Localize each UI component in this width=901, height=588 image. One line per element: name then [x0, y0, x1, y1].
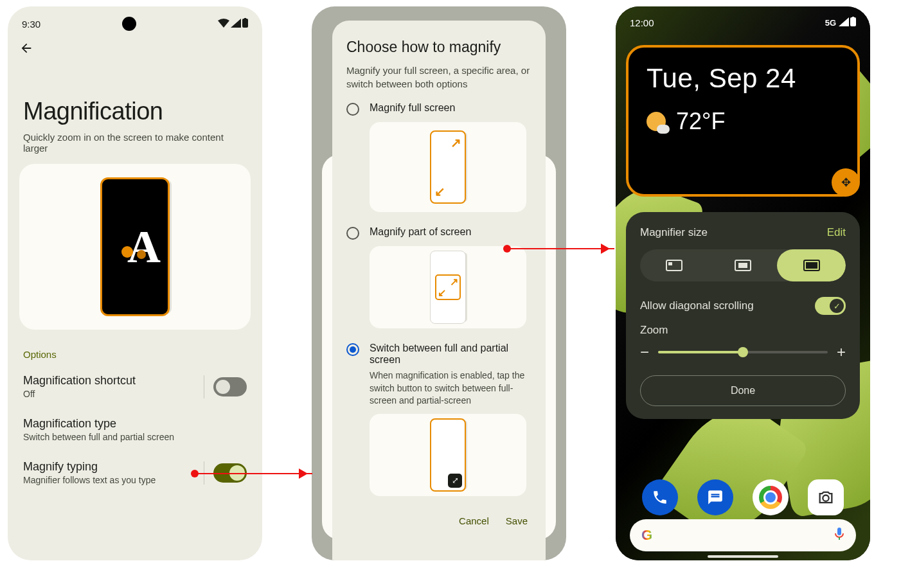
flow-arrow-1	[194, 473, 312, 474]
phone-app-icon[interactable]	[642, 479, 678, 515]
battery-icon	[850, 17, 856, 28]
toggle-shortcut[interactable]	[213, 377, 247, 396]
weather-icon	[647, 112, 666, 131]
status-time: 12:00	[630, 17, 654, 28]
save-button[interactable]: Save	[506, 515, 528, 526]
status-bar: 9:30	[8, 6, 262, 35]
option-magnification-type[interactable]: Magnification type Switch between full a…	[8, 408, 262, 451]
magnify-type-dialog-screen: Choose how to magnify Magnify your full …	[312, 6, 566, 560]
choice-label: Magnify part of screen	[370, 226, 471, 238]
chrome-app-icon[interactable]	[753, 479, 789, 515]
zoom-minus-button[interactable]: −	[640, 343, 649, 361]
phone-illustration: A	[100, 177, 170, 316]
temperature: 72°F	[676, 108, 725, 135]
section-header: Options	[8, 330, 262, 365]
radio-icon[interactable]	[346, 227, 359, 240]
magnifier-overlay-screen: 12:00 5G Tue, Sep 24 72°F ✥ Magnifier si…	[616, 6, 870, 560]
status-time: 9:30	[22, 19, 40, 30]
dialog-title: Choose how to magnify	[346, 39, 531, 56]
panel-title: Magnifier size	[640, 226, 708, 239]
option-magnification-shortcut[interactable]: Magnification shortcut Off	[8, 365, 262, 408]
dialog-sheet: Choose how to magnify Magnify your full …	[332, 21, 546, 560]
choice-desc: When magnification is enabled, tap the s…	[370, 370, 531, 407]
nav-handle[interactable]	[708, 555, 778, 558]
date-text: Tue, Sep 24	[647, 63, 839, 94]
expand-out-icon: ↗	[450, 135, 461, 150]
back-button[interactable]	[8, 35, 262, 59]
mic-icon[interactable]	[834, 528, 844, 544]
done-button[interactable]: Done	[640, 375, 846, 406]
signal-icon	[839, 17, 849, 28]
choice-full-screen[interactable]: Magnify full screen	[346, 102, 531, 116]
cancel-button[interactable]: Cancel	[459, 515, 489, 526]
status-icons	[218, 18, 248, 30]
toggle-diagonal[interactable]	[815, 297, 846, 315]
svg-rect-2	[850, 17, 856, 26]
app-dock	[616, 479, 870, 515]
radio-icon[interactable]	[346, 103, 359, 116]
expand-in-icon: ↙	[438, 287, 446, 299]
edit-button[interactable]: Edit	[827, 226, 846, 239]
illustration-card: A	[19, 164, 251, 330]
choice-part-screen[interactable]: Magnify part of screen	[346, 226, 531, 240]
size-segmented-control	[640, 249, 846, 281]
network-label: 5G	[825, 18, 836, 28]
messages-app-icon[interactable]	[697, 479, 733, 515]
signal-icon	[231, 19, 241, 30]
option-title: Magnification shortcut	[23, 374, 136, 388]
switch-badge-icon: ⤢	[448, 474, 462, 488]
status-icons: 5G	[825, 17, 856, 28]
drag-handle-icon[interactable]: ✥	[832, 168, 860, 197]
choice-label: Magnify full screen	[370, 102, 455, 114]
diagonal-label: Allow diagonal scrolling	[640, 299, 754, 312]
choice-switch[interactable]: Switch between full and partial screen W…	[346, 343, 531, 407]
size-small-button[interactable]	[640, 249, 709, 281]
expand-out-icon: ↗	[450, 276, 458, 288]
magnifier-window[interactable]: Tue, Sep 24 72°F ✥	[626, 45, 860, 197]
size-large-button[interactable]	[777, 249, 846, 281]
option-title: Magnify typing	[23, 460, 156, 474]
magnifier-settings-panel: Magnifier size Edit Allow diagonal scrol…	[626, 212, 860, 419]
svg-rect-1	[244, 18, 246, 19]
zoom-label: Zoom	[640, 324, 846, 337]
size-medium-button[interactable]	[709, 249, 778, 281]
page-title: Magnification	[8, 59, 262, 132]
zoom-slider[interactable]	[658, 351, 828, 353]
thumb-part: ↗ ↙	[370, 246, 526, 328]
camera-hole	[122, 17, 136, 31]
option-title: Magnification type	[23, 417, 174, 431]
thumb-switch: ⤢	[370, 414, 526, 496]
flow-arrow-2	[506, 248, 614, 249]
svg-point-4	[823, 495, 828, 501]
page-subtitle: Quickly zoom in on the screen to make co…	[8, 132, 262, 164]
option-subtitle: Magnifier follows text as you type	[23, 475, 156, 485]
settings-magnification-screen: 9:30 Magnification Quickly zoom in on th…	[8, 6, 262, 560]
option-subtitle: Switch between full and partial screen	[23, 432, 174, 442]
expand-in-icon: ↙	[434, 184, 445, 199]
radio-icon[interactable]	[346, 343, 359, 356]
battery-icon	[242, 18, 248, 30]
wifi-icon	[218, 19, 229, 30]
option-subtitle: Off	[23, 389, 136, 399]
divider	[204, 375, 204, 398]
camera-app-icon[interactable]	[808, 479, 844, 515]
choice-label: Switch between full and partial screen	[370, 343, 531, 366]
svg-rect-3	[852, 17, 854, 18]
google-logo-icon: G	[641, 527, 652, 544]
zoom-plus-button[interactable]: +	[837, 343, 846, 361]
dialog-desc: Magnify your full screen, a specific are…	[346, 64, 531, 91]
weather-row: 72°F	[647, 108, 839, 135]
thumb-full: ↗ ↙	[370, 122, 526, 212]
search-bar[interactable]: G	[630, 519, 856, 551]
status-bar: 12:00 5G	[616, 6, 870, 32]
svg-rect-5	[837, 528, 841, 535]
svg-rect-0	[242, 19, 248, 28]
